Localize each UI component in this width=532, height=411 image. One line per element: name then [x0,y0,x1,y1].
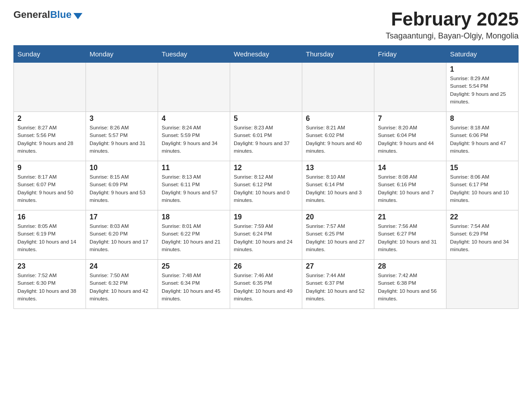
logo-text: GeneralBlue [13,9,72,21]
week-row-1: 1Sunrise: 8:29 AMSunset: 5:54 PMDaylight… [14,63,519,112]
weekday-header-thursday: Thursday [302,46,374,63]
day-info: Sunrise: 8:26 AMSunset: 5:57 PMDaylight:… [90,124,154,155]
calendar-cell [302,63,374,112]
calendar-cell [446,260,519,309]
day-number: 14 [378,164,442,172]
day-info: Sunrise: 8:21 AMSunset: 6:02 PMDaylight:… [306,124,370,155]
day-number: 18 [162,213,226,221]
calendar-cell: 28Sunrise: 7:42 AMSunset: 6:38 PMDayligh… [374,260,446,309]
calendar-cell: 12Sunrise: 8:12 AMSunset: 6:12 PMDayligh… [230,161,302,210]
day-info: Sunrise: 8:08 AMSunset: 6:16 PMDaylight:… [378,173,442,204]
day-number: 22 [450,213,515,221]
day-number: 11 [162,164,226,172]
day-number: 28 [378,262,442,270]
calendar-cell: 16Sunrise: 8:05 AMSunset: 6:19 PMDayligh… [14,210,86,260]
day-info: Sunrise: 8:20 AMSunset: 6:04 PMDaylight:… [378,124,442,155]
week-row-5: 23Sunrise: 7:52 AMSunset: 6:30 PMDayligh… [14,260,519,309]
calendar-cell: 8Sunrise: 8:18 AMSunset: 6:06 PMDaylight… [446,112,519,161]
calendar-cell: 3Sunrise: 8:26 AMSunset: 5:57 PMDaylight… [86,112,158,161]
weekday-header-tuesday: Tuesday [158,46,230,63]
calendar-cell: 9Sunrise: 8:17 AMSunset: 6:07 PMDaylight… [14,161,86,210]
calendar-cell: 19Sunrise: 7:59 AMSunset: 6:24 PMDayligh… [230,210,302,260]
day-info: Sunrise: 8:29 AMSunset: 5:54 PMDaylight:… [450,75,515,106]
logo-triangle-icon [73,13,82,19]
day-number: 4 [162,115,226,123]
calendar-cell [374,63,446,112]
day-info: Sunrise: 8:06 AMSunset: 6:17 PMDaylight:… [450,173,515,204]
calendar-cell: 10Sunrise: 8:15 AMSunset: 6:09 PMDayligh… [86,161,158,210]
day-number: 26 [234,262,298,270]
day-info: Sunrise: 7:59 AMSunset: 6:24 PMDaylight:… [234,223,298,253]
calendar-cell: 4Sunrise: 8:24 AMSunset: 5:59 PMDaylight… [158,112,230,161]
day-number: 1 [450,65,515,73]
calendar-cell: 27Sunrise: 7:44 AMSunset: 6:37 PMDayligh… [302,260,374,309]
weekday-header-friday: Friday [374,46,446,63]
calendar-cell: 11Sunrise: 8:13 AMSunset: 6:11 PMDayligh… [158,161,230,210]
logo: GeneralBlue [13,9,82,21]
day-number: 15 [450,164,515,172]
calendar-cell: 15Sunrise: 8:06 AMSunset: 6:17 PMDayligh… [446,161,519,210]
day-info: Sunrise: 8:18 AMSunset: 6:06 PMDaylight:… [450,124,515,155]
day-info: Sunrise: 8:24 AMSunset: 5:59 PMDaylight:… [162,124,226,155]
day-info: Sunrise: 7:52 AMSunset: 6:30 PMDaylight:… [17,272,82,303]
day-info: Sunrise: 7:50 AMSunset: 6:32 PMDaylight:… [90,272,154,303]
calendar-cell: 24Sunrise: 7:50 AMSunset: 6:32 PMDayligh… [86,260,158,309]
calendar-cell: 22Sunrise: 7:54 AMSunset: 6:29 PMDayligh… [446,210,519,260]
day-info: Sunrise: 8:27 AMSunset: 5:56 PMDaylight:… [17,124,82,155]
day-number: 21 [378,213,442,221]
month-year-title: February 2025 [386,9,519,30]
calendar-cell [158,63,230,112]
day-info: Sunrise: 8:10 AMSunset: 6:14 PMDaylight:… [306,173,370,204]
day-number: 3 [90,115,154,123]
weekday-header-monday: Monday [86,46,158,63]
day-info: Sunrise: 8:15 AMSunset: 6:09 PMDaylight:… [90,173,154,204]
calendar-cell: 2Sunrise: 8:27 AMSunset: 5:56 PMDaylight… [14,112,86,161]
day-info: Sunrise: 7:56 AMSunset: 6:27 PMDaylight:… [378,223,442,253]
day-info: Sunrise: 7:46 AMSunset: 6:35 PMDaylight:… [234,272,298,303]
calendar-cell [86,63,158,112]
calendar-table: SundayMondayTuesdayWednesdayThursdayFrid… [13,45,519,309]
day-number: 16 [17,213,82,221]
calendar-cell: 14Sunrise: 8:08 AMSunset: 6:16 PMDayligh… [374,161,446,210]
day-info: Sunrise: 7:42 AMSunset: 6:38 PMDaylight:… [378,272,442,303]
weekday-header-row: SundayMondayTuesdayWednesdayThursdayFrid… [14,46,519,63]
week-row-3: 9Sunrise: 8:17 AMSunset: 6:07 PMDaylight… [14,161,519,210]
calendar-cell: 17Sunrise: 8:03 AMSunset: 6:20 PMDayligh… [86,210,158,260]
day-info: Sunrise: 8:17 AMSunset: 6:07 PMDaylight:… [17,173,82,204]
title-section: February 2025 Tsagaantungi, Bayan-Olgiy,… [386,9,519,41]
calendar-cell: 21Sunrise: 7:56 AMSunset: 6:27 PMDayligh… [374,210,446,260]
day-number: 17 [90,213,154,221]
day-info: Sunrise: 8:23 AMSunset: 6:01 PMDaylight:… [234,124,298,155]
page-header: GeneralBlue February 2025 Tsagaantungi, … [13,9,519,41]
day-number: 25 [162,262,226,270]
day-number: 7 [378,115,442,123]
day-info: Sunrise: 7:44 AMSunset: 6:37 PMDaylight:… [306,272,370,303]
day-number: 12 [234,164,298,172]
day-number: 20 [306,213,370,221]
day-number: 8 [450,115,515,123]
day-info: Sunrise: 7:54 AMSunset: 6:29 PMDaylight:… [450,223,515,253]
day-number: 13 [306,164,370,172]
day-info: Sunrise: 8:03 AMSunset: 6:20 PMDaylight:… [90,223,154,253]
day-info: Sunrise: 8:12 AMSunset: 6:12 PMDaylight:… [234,173,298,204]
day-number: 27 [306,262,370,270]
calendar-cell: 26Sunrise: 7:46 AMSunset: 6:35 PMDayligh… [230,260,302,309]
day-number: 9 [17,164,82,172]
calendar-cell [14,63,86,112]
day-info: Sunrise: 7:48 AMSunset: 6:34 PMDaylight:… [162,272,226,303]
calendar-cell: 1Sunrise: 8:29 AMSunset: 5:54 PMDaylight… [446,63,519,112]
day-info: Sunrise: 7:57 AMSunset: 6:25 PMDaylight:… [306,223,370,253]
weekday-header-wednesday: Wednesday [230,46,302,63]
calendar-cell: 23Sunrise: 7:52 AMSunset: 6:30 PMDayligh… [14,260,86,309]
day-number: 5 [234,115,298,123]
calendar-cell: 13Sunrise: 8:10 AMSunset: 6:14 PMDayligh… [302,161,374,210]
calendar-cell: 5Sunrise: 8:23 AMSunset: 6:01 PMDaylight… [230,112,302,161]
calendar-cell: 6Sunrise: 8:21 AMSunset: 6:02 PMDaylight… [302,112,374,161]
day-number: 19 [234,213,298,221]
weekday-header-sunday: Sunday [14,46,86,63]
day-number: 24 [90,262,154,270]
day-number: 2 [17,115,82,123]
calendar-cell [230,63,302,112]
day-number: 10 [90,164,154,172]
weekday-header-saturday: Saturday [446,46,519,63]
